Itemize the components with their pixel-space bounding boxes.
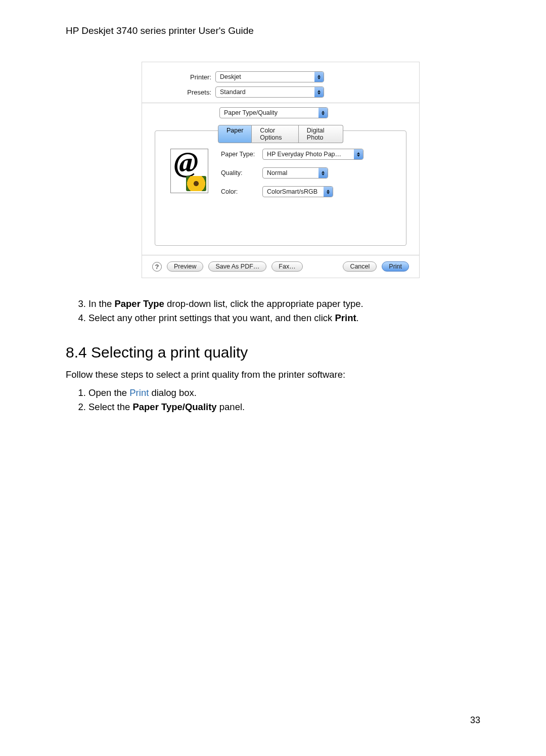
printer-value: Deskjet xyxy=(216,73,314,80)
text: drop-down list, click the appropriate pa… xyxy=(164,298,363,309)
paper-type-value: HP Everyday Photo Pap… xyxy=(263,151,354,158)
printer-label: Printer: xyxy=(152,73,215,81)
thumbnail-at-glyph: @ xyxy=(174,149,198,179)
text: dialog box. xyxy=(149,387,197,398)
quality-label: Quality: xyxy=(221,169,262,176)
instruction-3: In the Paper Type drop-down list, click … xyxy=(88,298,495,309)
separator xyxy=(142,103,419,103)
preview-thumbnail: @ xyxy=(170,149,208,193)
printer-select[interactable]: Deskjet xyxy=(215,71,324,82)
field-rows: Paper Type: HP Everyday Photo Pap… Quali… xyxy=(221,149,396,205)
updown-icon xyxy=(318,168,328,178)
thumbnail-flower-icon xyxy=(186,176,206,191)
presets-label: Presets: xyxy=(152,88,215,96)
dialog-footer: ? Preview Save As PDF… Fax… Cancel Print xyxy=(152,261,409,272)
tab-color-options[interactable]: Color Options xyxy=(252,125,298,143)
color-row: Color: ColorSmart/sRGB xyxy=(221,186,396,197)
quality-row: Quality: Normal xyxy=(221,167,396,179)
color-select[interactable]: ColorSmart/sRGB xyxy=(262,186,333,197)
updown-icon xyxy=(354,149,363,159)
text: Select any other print settings that you… xyxy=(88,313,335,323)
tab-strip: Paper Color Options Digital Photo xyxy=(218,125,343,143)
separator xyxy=(142,255,419,255)
color-value: ColorSmart/sRGB xyxy=(263,188,324,195)
bold-text: Paper Type/Quality xyxy=(132,402,216,412)
text: Select the xyxy=(88,402,132,412)
section-intro: Follow these steps to select a print qua… xyxy=(66,369,495,380)
text: Open the xyxy=(88,387,129,398)
quality-select[interactable]: Normal xyxy=(262,167,328,179)
bold-text: Paper Type xyxy=(114,298,164,309)
print-link[interactable]: Print xyxy=(129,387,149,398)
paper-tab-content: @ Paper Type: HP Everyday Photo Pap… Qua… xyxy=(165,149,396,205)
instruction-1: Open the Print dialog box. xyxy=(88,387,495,398)
panel-select[interactable]: Paper Type/Quality xyxy=(219,107,328,118)
paper-type-select[interactable]: HP Everyday Photo Pap… xyxy=(262,149,363,160)
text: In the xyxy=(88,298,114,309)
presets-value: Standard xyxy=(216,88,314,96)
color-label: Color: xyxy=(221,188,262,195)
panel-value: Paper Type/Quality xyxy=(220,109,318,116)
section-heading: 8.4 Selecting a print quality xyxy=(66,344,495,361)
presets-select[interactable]: Standard xyxy=(215,86,324,98)
preview-button[interactable]: Preview xyxy=(167,261,203,272)
print-button[interactable]: Print xyxy=(382,261,409,272)
quality-value: Normal xyxy=(263,169,318,176)
document-header: HP Deskjet 3740 series printer User's Gu… xyxy=(66,25,495,36)
updown-icon xyxy=(314,72,324,82)
tab-digital-photo[interactable]: Digital Photo xyxy=(299,125,343,143)
updown-icon xyxy=(318,108,328,118)
text: . xyxy=(356,313,359,323)
help-icon[interactable]: ? xyxy=(152,262,162,272)
presets-row: Presets: Standard xyxy=(152,86,409,98)
tab-frame: Paper Color Options Digital Photo @ Pape… xyxy=(155,130,406,246)
text: panel. xyxy=(217,402,245,412)
print-dialog: Printer: Deskjet Presets: Standard Paper… xyxy=(142,62,420,278)
panel-row: Paper Type/Quality xyxy=(152,107,409,118)
paper-type-row: Paper Type: HP Everyday Photo Pap… xyxy=(221,149,396,160)
bold-text: Print xyxy=(335,313,356,323)
instruction-2: Select the Paper Type/Quality panel. xyxy=(88,402,495,413)
save-as-pdf-button[interactable]: Save As PDF… xyxy=(208,261,266,272)
updown-icon xyxy=(314,87,324,97)
paper-type-label: Paper Type: xyxy=(221,151,262,158)
printer-row: Printer: Deskjet xyxy=(152,71,409,82)
cancel-button[interactable]: Cancel xyxy=(343,261,377,272)
tab-paper[interactable]: Paper xyxy=(218,125,252,143)
instruction-4: Select any other print settings that you… xyxy=(88,313,495,324)
instructions-upper: In the Paper Type drop-down list, click … xyxy=(66,298,495,324)
instructions-lower: Open the Print dialog box. Select the Pa… xyxy=(66,387,495,413)
fax-button[interactable]: Fax… xyxy=(271,261,302,272)
updown-icon xyxy=(324,187,333,197)
page-number: 33 xyxy=(470,715,480,726)
